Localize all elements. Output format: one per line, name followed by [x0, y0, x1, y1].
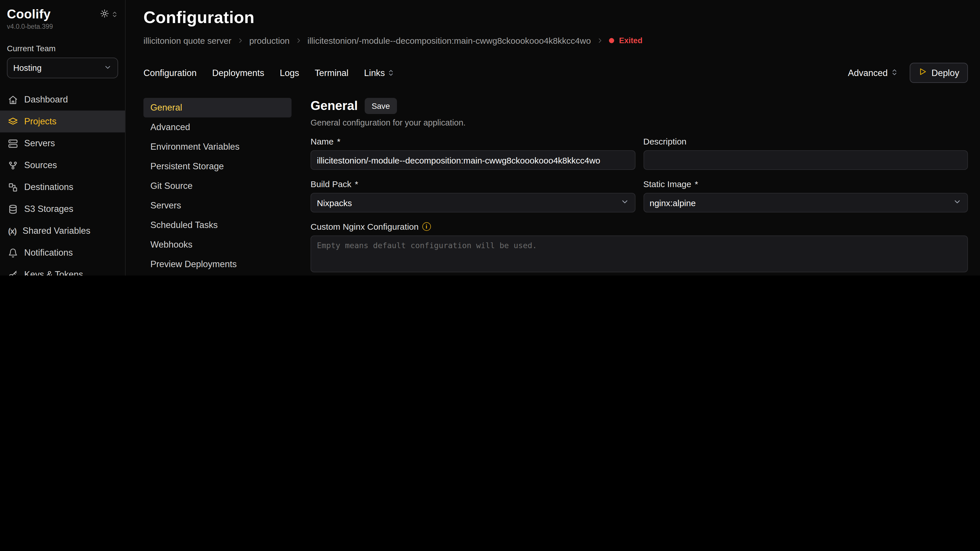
bell-icon	[8, 248, 18, 258]
sidebar-item-label: Destinations	[24, 182, 73, 192]
description-input[interactable]	[643, 150, 968, 170]
deploy-button-label: Deploy	[932, 68, 959, 78]
sidebar-item-shared-variables[interactable]: (x)Shared Variables	[0, 220, 125, 242]
advanced-toggle[interactable]: Advanced	[848, 68, 898, 78]
sidebar-item-destinations[interactable]: Destinations	[0, 176, 125, 198]
play-icon	[918, 67, 927, 78]
description-label: Description	[643, 137, 968, 146]
config-nav-general[interactable]: General	[143, 98, 291, 118]
sidebar-item-label: Keys & Tokens	[24, 270, 83, 275]
tab-links[interactable]: Links	[364, 68, 395, 78]
source-icon	[8, 160, 18, 170]
config-nav-webhooks[interactable]: Webhooks	[143, 235, 291, 254]
tab-label: Links	[364, 68, 385, 78]
breadcrumb-separator-icon	[295, 37, 302, 44]
sidebar-item-projects[interactable]: Projects	[0, 111, 125, 132]
sidebar-item-servers[interactable]: Servers	[0, 132, 125, 154]
braces-icon: (x)	[8, 226, 16, 235]
status-dot-icon	[609, 38, 614, 43]
static-image-label: Static Image*	[643, 179, 968, 189]
config-nav-healthcheck[interactable]: Healthcheck	[143, 274, 291, 275]
sidebar-item-label: Shared Variables	[22, 226, 91, 236]
section-title: General	[310, 98, 358, 113]
custom-nginx-label: Custom Nginx Configurationi	[310, 222, 968, 232]
name-input[interactable]	[310, 150, 635, 170]
database-icon	[8, 204, 18, 214]
sidebar-item-dashboard[interactable]: Dashboard	[0, 89, 125, 111]
chevron-down-icon	[953, 197, 962, 208]
theme-toggle-icon[interactable]	[100, 9, 109, 20]
static-image-select[interactable]: nginx:alpine	[643, 193, 968, 213]
breadcrumb-item[interactable]: production	[249, 36, 290, 46]
build-pack-select-value: Nixpacks	[317, 198, 352, 208]
chevrons-updown-icon	[387, 69, 395, 76]
custom-nginx-config-textarea[interactable]	[310, 235, 968, 272]
config-nav-scheduled-tasks[interactable]: Scheduled Tasks	[143, 215, 291, 235]
page-title: Configuration	[143, 8, 968, 27]
config-nav-git-source[interactable]: Git Source	[143, 176, 291, 196]
sidebar-item-label: Projects	[24, 116, 56, 127]
tab-terminal[interactable]: Terminal	[315, 68, 348, 78]
tab-label: Logs	[280, 68, 299, 78]
advanced-toggle-label: Advanced	[848, 68, 888, 78]
tab-logs[interactable]: Logs	[280, 68, 299, 78]
sidebar-item-notifications[interactable]: Notifications	[0, 242, 125, 264]
general-form: General Save General configuration for y…	[310, 98, 968, 275]
layers-icon	[8, 117, 18, 126]
deploy-button[interactable]: Deploy	[910, 63, 968, 83]
sidebar-item-label: S3 Storages	[24, 204, 73, 214]
destination-icon	[8, 182, 18, 192]
main-content: Configuration illicitonion quote serverp…	[126, 0, 980, 275]
build-pack-label: Build Pack*	[310, 179, 635, 189]
config-subnav: GeneralAdvancedEnvironment VariablesPers…	[143, 98, 291, 275]
team-select-value: Hosting	[13, 64, 41, 73]
app-window: Coolify v4.0.0-beta.399 Current Team Hos…	[0, 0, 980, 275]
chevron-down-icon	[104, 63, 112, 73]
static-image-select-value: nginx:alpine	[649, 198, 696, 208]
save-button[interactable]: Save	[365, 98, 397, 114]
breadcrumb-item[interactable]: illicitonion quote server	[143, 36, 231, 46]
breadcrumb-separator-icon	[237, 37, 244, 44]
breadcrumb-separator-icon	[596, 37, 603, 44]
build-pack-select[interactable]: Nixpacks	[310, 193, 635, 213]
app-logo: Coolify	[7, 7, 51, 22]
current-team-label: Current Team	[7, 44, 118, 53]
tab-label: Terminal	[315, 68, 348, 78]
server-icon	[8, 138, 18, 148]
config-nav-preview-deployments[interactable]: Preview Deployments	[143, 254, 291, 274]
section-subtitle: General configuration for your applicati…	[310, 118, 968, 127]
config-nav-environment-variables[interactable]: Environment Variables	[143, 137, 291, 157]
name-label: Name*	[310, 137, 635, 146]
config-nav-advanced[interactable]: Advanced	[143, 118, 291, 137]
status-badge: Exited	[619, 36, 643, 45]
team-select[interactable]: Hosting	[7, 57, 118, 78]
chevrons-updown-icon[interactable]	[111, 10, 118, 20]
version-label: v4.0.0-beta.399	[0, 22, 125, 30]
chevrons-updown-icon	[891, 68, 898, 78]
key-icon	[8, 270, 18, 275]
tab-label: Configuration	[143, 68, 196, 78]
home-icon	[8, 95, 18, 105]
sidebar-item-s3-storages[interactable]: S3 Storages	[0, 198, 125, 220]
sidebar-item-label: Dashboard	[24, 94, 68, 105]
config-nav-persistent-storage[interactable]: Persistent Storage	[143, 157, 291, 176]
sidebar: Coolify v4.0.0-beta.399 Current Team Hos…	[0, 0, 126, 275]
sidebar-item-label: Sources	[24, 160, 57, 170]
tab-label: Deployments	[212, 68, 264, 78]
config-nav-servers[interactable]: Servers	[143, 196, 291, 215]
breadcrumb: illicitonion quote serverproductionillic…	[143, 36, 968, 46]
tabbar: ConfigurationDeploymentsLogsTerminalLink…	[143, 63, 968, 83]
breadcrumb-item[interactable]: illicitestonion/-module--decomposition:m…	[307, 36, 591, 46]
chevron-down-icon	[620, 197, 629, 208]
sidebar-item-keys-tokens[interactable]: Keys & Tokens	[0, 264, 125, 275]
sidebar-nav: DashboardProjectsServersSourcesDestinati…	[0, 89, 125, 275]
sidebar-item-label: Servers	[24, 138, 55, 149]
sidebar-item-label: Notifications	[24, 248, 73, 258]
sidebar-item-sources[interactable]: Sources	[0, 154, 125, 176]
info-icon[interactable]: i	[422, 222, 431, 231]
tabs: ConfigurationDeploymentsLogsTerminalLink…	[143, 68, 395, 78]
tab-deployments[interactable]: Deployments	[212, 68, 264, 78]
tab-configuration[interactable]: Configuration	[143, 68, 196, 78]
